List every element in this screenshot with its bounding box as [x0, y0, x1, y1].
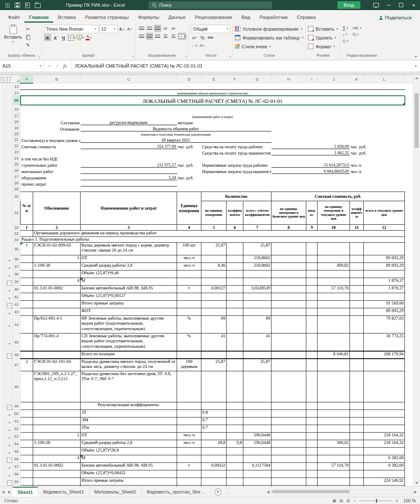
cell[interactable]: [227, 301, 243, 308]
cell[interactable]: 4: [33, 455, 81, 463]
cell[interactable]: на единицу измерения в базисном уровне ц…: [271, 201, 306, 225]
cell[interactable]: [318, 270, 350, 278]
format-painter-button[interactable]: ✎: [24, 42, 31, 49]
cell[interactable]: [21, 255, 33, 263]
row-header[interactable]: 33: [13, 231, 21, 237]
find-select-button[interactable]: ▾: [352, 32, 362, 37]
collapse-ribbon-icon[interactable]: ▴: [415, 54, 417, 58]
row-header[interactable]: 60: [13, 486, 21, 487]
tab-review[interactable]: Рецензирование: [190, 12, 237, 23]
cell[interactable]: [177, 455, 201, 463]
scroll-down-icon[interactable]: [413, 480, 420, 486]
cell[interactable]: [271, 455, 306, 463]
cell[interactable]: [318, 402, 350, 410]
row-header[interactable]: 38: [13, 270, 21, 278]
cell[interactable]: [227, 293, 243, 301]
expand-formula-bar-icon[interactable]: ▾: [412, 60, 420, 71]
cell[interactable]: [306, 486, 318, 487]
cell[interactable]: 36 774,25: [364, 333, 405, 351]
cell[interactable]: [306, 333, 318, 351]
cell[interactable]: [21, 278, 33, 286]
cell[interactable]: [227, 308, 243, 316]
cell[interactable]: Результирующие коэффициенты:: [81, 402, 177, 410]
cell[interactable]: [271, 410, 306, 417]
column-header[interactable]: I: [306, 75, 318, 83]
cell[interactable]: т: [177, 463, 201, 470]
row-header[interactable]: 32: [13, 225, 21, 231]
cell[interactable]: [318, 417, 350, 425]
cell[interactable]: [81, 180, 177, 186]
row-header[interactable]: 40: [13, 286, 21, 293]
cell[interactable]: Бензин автомобильный АИ-98, АИ-95: [81, 286, 177, 293]
cell[interactable]: строительных работ: [21, 161, 81, 168]
cell[interactable]: [271, 136, 405, 143]
cell[interactable]: [271, 486, 306, 487]
cell-styles-button[interactable]: Стили ячеек▾: [235, 42, 303, 50]
cell[interactable]: [306, 286, 318, 293]
row-header[interactable]: 43: [13, 308, 21, 316]
cell[interactable]: Итого прямые затраты: [81, 301, 177, 308]
cell[interactable]: [318, 410, 350, 417]
cell[interactable]: [271, 448, 306, 455]
cell[interactable]: [271, 270, 306, 278]
scroll-up-icon[interactable]: [413, 75, 420, 81]
cell[interactable]: [306, 301, 318, 308]
cell[interactable]: 8,46: [201, 263, 227, 270]
new-document-icon[interactable]: [25, 3, 30, 8]
cell[interactable]: [201, 351, 227, 359]
cell[interactable]: чел.-ч.: [350, 161, 405, 168]
cell[interactable]: [177, 470, 201, 478]
column-header[interactable]: B: [33, 75, 81, 83]
cell[interactable]: [21, 433, 33, 440]
currency-format-button[interactable]: ¤▾: [191, 34, 198, 41]
cell[interactable]: 79 827,03: [364, 316, 405, 333]
cell[interactable]: [33, 448, 81, 455]
cell[interactable]: 1: [21, 243, 33, 255]
cell[interactable]: тыс. руб.: [350, 143, 405, 149]
cell[interactable]: ФОТ: [81, 486, 177, 487]
cell[interactable]: ГЭСН 01-02-099-03: [33, 243, 81, 255]
cell[interactable]: [306, 278, 318, 286]
column-header[interactable]: L: [364, 75, 405, 83]
cell[interactable]: [227, 243, 243, 255]
cell[interactable]: [21, 308, 33, 316]
row-header[interactable]: 18: [13, 119, 21, 125]
cell[interactable]: Единица измерения: [177, 192, 201, 225]
row-header[interactable]: 58: [13, 470, 21, 478]
row-header[interactable]: 22: [13, 143, 21, 149]
cell[interactable]: [243, 270, 271, 278]
cell[interactable]: [318, 455, 350, 463]
cell[interactable]: 2: [21, 359, 33, 371]
cell[interactable]: [271, 243, 306, 255]
cell[interactable]: [306, 402, 318, 410]
cell[interactable]: [201, 301, 227, 308]
cell[interactable]: [21, 448, 33, 455]
align-top-button[interactable]: [138, 25, 145, 32]
cell[interactable]: [33, 301, 81, 308]
cell[interactable]: 15 614,207313: [271, 161, 350, 168]
align-middle-button[interactable]: [146, 25, 153, 32]
cell[interactable]: [243, 448, 271, 455]
cell[interactable]: [364, 293, 405, 301]
cell[interactable]: Нормативные затраты труда рабочих: [201, 161, 271, 168]
cell[interactable]: [243, 486, 271, 487]
cell[interactable]: [21, 351, 33, 359]
cell[interactable]: [306, 308, 318, 316]
cell[interactable]: 0,00432: [201, 463, 227, 470]
cell[interactable]: [21, 440, 33, 448]
cell[interactable]: Пр/812-001.4-1: [33, 316, 81, 333]
copy-button[interactable]: [24, 34, 31, 41]
cell[interactable]: [21, 149, 201, 155]
cell[interactable]: [227, 455, 243, 463]
align-center-button[interactable]: [146, 33, 153, 40]
cell[interactable]: [306, 359, 318, 371]
cell[interactable]: [306, 371, 318, 402]
row-header[interactable]: 56: [13, 455, 21, 463]
cell[interactable]: [350, 440, 364, 448]
outline-level-button[interactable]: 1: [1, 77, 6, 83]
cell[interactable]: [318, 478, 350, 486]
tab-view[interactable]: Вид: [237, 12, 255, 23]
cell[interactable]: 3 462,32: [271, 149, 350, 155]
cell[interactable]: 91 569,66: [364, 301, 405, 308]
cell[interactable]: [21, 417, 33, 425]
